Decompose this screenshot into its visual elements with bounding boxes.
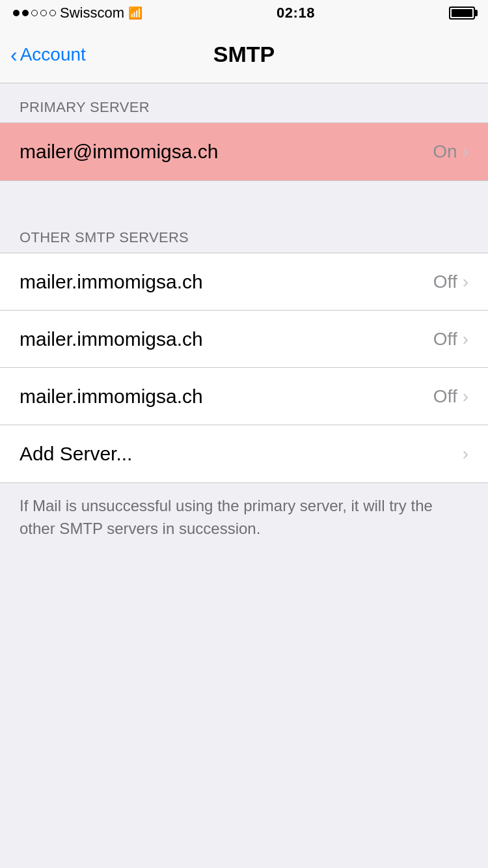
other-server-row-1[interactable]: mailer.immomigsa.ch Off ›: [0, 253, 488, 311]
other-server-label-1: mailer.immomigsa.ch: [20, 271, 203, 293]
nav-title: SMTP: [213, 42, 275, 67]
other-server-chevron-icon-1: ›: [463, 272, 468, 292]
signal-dots: [13, 10, 56, 16]
other-server-status-3: Off: [433, 386, 457, 407]
wifi-icon: 📶: [128, 6, 142, 20]
signal-dot-5: [49, 10, 56, 16]
other-server-row-right-3: Off ›: [433, 386, 468, 407]
primary-server-status: On: [433, 141, 457, 162]
primary-server-email: mailer@immomigsa.ch: [20, 141, 219, 163]
signal-dot-2: [22, 10, 29, 16]
primary-server-row-right: On ›: [433, 141, 468, 162]
other-server-chevron-icon-3: ›: [463, 386, 468, 407]
other-server-status-1: Off: [433, 272, 457, 292]
other-server-label-3: mailer.immomigsa.ch: [20, 385, 203, 408]
other-server-row-2[interactable]: mailer.immomigsa.ch Off ›: [0, 311, 488, 368]
section-spacer: [0, 181, 488, 214]
status-right: [449, 7, 475, 20]
add-server-row[interactable]: Add Server... ›: [0, 425, 488, 483]
other-server-row-right-1: Off ›: [433, 272, 468, 292]
add-server-label: Add Server...: [20, 443, 132, 465]
add-server-row-right: ›: [463, 443, 468, 464]
signal-dot-4: [40, 10, 47, 16]
battery-icon: [449, 7, 475, 20]
primary-server-chevron-icon: ›: [463, 141, 468, 162]
footer-note: If Mail is unsuccessful using the primar…: [0, 483, 488, 556]
primary-server-table: mailer@immomigsa.ch On ›: [0, 122, 488, 181]
primary-server-section-header: PRIMARY SERVER: [0, 83, 488, 122]
back-chevron-icon: ‹: [10, 44, 18, 65]
other-servers-table: mailer.immomigsa.ch Off › mailer.immomig…: [0, 253, 488, 483]
back-button[interactable]: ‹ Account: [10, 44, 86, 65]
other-server-row-3[interactable]: mailer.immomigsa.ch Off ›: [0, 368, 488, 425]
add-server-chevron-icon: ›: [463, 443, 468, 464]
back-label: Account: [20, 44, 86, 65]
signal-dot-1: [13, 10, 20, 16]
content: PRIMARY SERVER mailer@immomigsa.ch On › …: [0, 83, 488, 556]
primary-server-row[interactable]: mailer@immomigsa.ch On ›: [0, 123, 488, 180]
other-server-label-2: mailer.immomigsa.ch: [20, 328, 203, 350]
nav-bar: ‹ Account SMTP: [0, 26, 488, 83]
battery-fill: [452, 9, 472, 17]
other-server-chevron-icon-2: ›: [463, 329, 468, 350]
carrier-name: Swisscom: [60, 5, 124, 21]
status-bar: Swisscom 📶 02:18: [0, 0, 488, 26]
status-left: Swisscom 📶: [13, 5, 142, 21]
other-servers-section-header: OTHER SMTP SERVERS: [0, 214, 488, 253]
status-time: 02:18: [277, 5, 315, 21]
other-server-status-2: Off: [433, 329, 457, 350]
signal-dot-3: [31, 10, 38, 16]
other-server-row-right-2: Off ›: [433, 329, 468, 350]
